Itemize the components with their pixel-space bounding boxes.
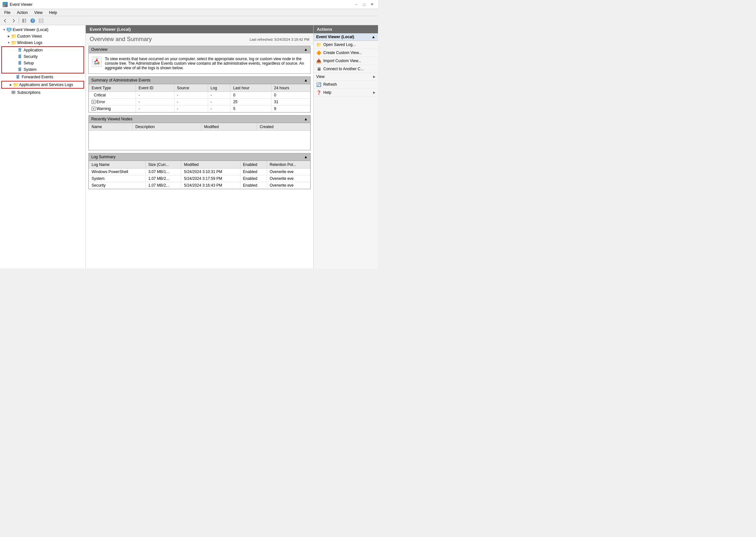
col-name: Name [89, 123, 133, 131]
table-row[interactable]: Critical---00 [89, 92, 310, 99]
window-title: Event Viewer [10, 2, 32, 7]
page-icon-forwarded [16, 74, 21, 80]
log-table-wrapper[interactable]: Log Name Size (Curr... Modified Enabled … [89, 161, 310, 189]
expand-custom-views: ▶ [7, 34, 11, 38]
security-label: Security [23, 54, 38, 59]
table-row[interactable]: Security1.07 MB/2...5/24/2024 3:16:43 PM… [89, 182, 310, 189]
page-icon-application [18, 48, 23, 53]
nodes-table-wrapper[interactable]: Name Description Modified Created [89, 123, 310, 150]
app-icon [3, 2, 8, 7]
actions-header: Actions [314, 25, 378, 33]
col-retention: Retention Pol... [267, 161, 310, 169]
app-services-label: Applications and Services Logs [19, 82, 73, 87]
tree-root[interactable]: ▼ Event Viewer (Local) [0, 26, 85, 33]
sidebar-item-subscriptions[interactable]: ▶ Subscriptions [0, 89, 85, 96]
action-item[interactable]: 🖥Connect to Another C... [314, 65, 378, 73]
summary-section-content: Event Type Event ID Source Log Last hour… [88, 84, 311, 112]
setup-label: Setup [23, 61, 34, 65]
menu-bar: File Action View Help [0, 9, 378, 16]
properties-button[interactable] [37, 17, 45, 24]
expand-windows-logs: ▼ [7, 40, 11, 45]
log-table: Log Name Size (Curr... Modified Enabled … [89, 161, 310, 189]
system-label: System [23, 67, 37, 72]
action-item[interactable]: 🔄Refresh [314, 81, 378, 89]
highlighted-appservices: ▶ 📁 Applications and Services Logs [1, 81, 84, 89]
table-row[interactable]: +Warning---59 [89, 105, 310, 112]
action-item[interactable]: 📥Import Custom View... [314, 57, 378, 65]
forwarded-label: Forwarded Events [22, 75, 53, 79]
action-item[interactable]: View▶ [314, 73, 378, 81]
col-log-name: Log Name [89, 161, 146, 169]
col-log-modified: Modified [181, 161, 240, 169]
col-size: Size (Curr... [146, 161, 181, 169]
log-summary-content: Log Name Size (Curr... Modified Enabled … [88, 161, 311, 189]
minimize-button[interactable]: − [353, 2, 360, 8]
help-button[interactable]: ? [29, 17, 37, 24]
sidebar-item-system[interactable]: ▶ System [2, 66, 83, 73]
log-summary-section: Log Summary ▲ Log Name Size (Curr... Mod… [88, 153, 311, 189]
svg-rect-0 [3, 3, 5, 4]
sidebar-item-windows-logs[interactable]: ▼ 📁 Windows Logs [0, 39, 85, 46]
overview-section-header[interactable]: Overview ▲ [88, 46, 311, 53]
action-item[interactable]: 🔶Create Custom View... [314, 49, 378, 57]
col-24hours: 24 hours [271, 84, 310, 92]
table-row[interactable]: Windows PowerShell3.07 MB/1...5/24/2024 … [89, 169, 310, 175]
overview-title: Overview and Summary [90, 36, 152, 43]
summary-section-header[interactable]: Summary of Administrative Events ▲ [88, 76, 311, 84]
sidebar-item-custom-views[interactable]: ▶ 📁 Custom Views [0, 33, 85, 39]
page-icon-system [18, 67, 23, 72]
action-icon: ❓ [316, 90, 321, 95]
svg-text:?: ? [32, 19, 34, 22]
action-item[interactable]: 📁Open Saved Log... [314, 41, 378, 49]
col-last-hour: Last hour [231, 84, 271, 92]
svg-rect-16 [8, 32, 11, 32]
table-row[interactable]: System1.07 MB/2...5/24/2024 3:17:59 PMEn… [89, 175, 310, 182]
sidebar-item-app-services[interactable]: ▶ 📁 Applications and Services Logs [2, 82, 83, 88]
summary-table: Event Type Event ID Source Log Last hour… [89, 84, 310, 112]
title-bar-left: Event Viewer [3, 2, 32, 7]
tree-root-label: Event Viewer (Local) [13, 27, 49, 32]
menu-help[interactable]: Help [46, 9, 60, 16]
svg-rect-37 [12, 93, 14, 93]
action-label: Open Saved Log... [323, 42, 356, 47]
tree-panel: ▼ Event Viewer (Local) ▶ 📁 Custom Views … [0, 25, 86, 268]
menu-file[interactable]: File [1, 9, 13, 16]
svg-rect-4 [22, 19, 24, 22]
svg-rect-15 [8, 31, 10, 32]
toolbar-separator [19, 18, 19, 23]
table-row[interactable]: +Error---2531 [89, 99, 310, 105]
menu-view[interactable]: View [31, 9, 46, 16]
log-summary-header[interactable]: Log Summary ▲ [88, 153, 311, 161]
close-button[interactable]: ✕ [368, 2, 375, 8]
actions-collapse-icon: ▲ [371, 35, 375, 39]
actions-list: 📁Open Saved Log...🔶Create Custom View...… [314, 41, 378, 97]
sidebar-item-setup[interactable]: ▶ Setup [2, 60, 83, 66]
summary-table-wrapper[interactable]: Event Type Event ID Source Log Last hour… [89, 84, 310, 112]
recently-viewed-title: Recently Viewed Nodes [91, 117, 132, 121]
maximize-button[interactable]: □ [360, 2, 368, 8]
sidebar-item-security[interactable]: ▶ Security [2, 53, 83, 60]
svg-rect-2 [3, 5, 5, 7]
collapse-overview-icon: ▲ [304, 47, 308, 52]
computer-icon [7, 27, 12, 32]
forward-button[interactable] [10, 17, 18, 24]
actions-section-title: Event Viewer (Local) ▲ [314, 33, 378, 41]
submenu-arrow-icon: ▶ [373, 75, 375, 78]
svg-rect-5 [24, 19, 26, 20]
menu-action[interactable]: Action [14, 9, 30, 16]
summary-section-title: Summary of Administrative Events [91, 78, 150, 82]
log-summary-title: Log Summary [91, 155, 115, 159]
action-icon: 🔶 [316, 50, 321, 55]
expand-app-services: ▶ [8, 82, 13, 87]
folder-icon-app-services: 📁 [13, 82, 18, 87]
sidebar-item-application[interactable]: ▶ Application [2, 47, 83, 53]
svg-rect-3 [6, 5, 7, 7]
svg-rect-36 [12, 92, 15, 93]
nodes-table: Name Description Modified Created [89, 123, 310, 150]
action-item[interactable]: ❓Help▶ [314, 89, 378, 97]
recently-viewed-header[interactable]: Recently Viewed Nodes ▲ [88, 115, 311, 123]
back-button[interactable] [1, 17, 9, 24]
show-hide-button[interactable] [21, 17, 28, 24]
sidebar-item-forwarded[interactable]: ▶ Forwarded Events [0, 74, 85, 80]
action-icon: 📥 [316, 58, 321, 63]
